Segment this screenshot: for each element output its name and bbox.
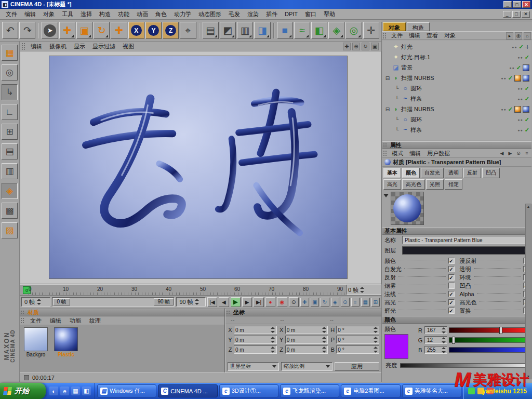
visibility-dots-icon[interactable]: ●● — [501, 108, 506, 111]
tree-item-spline[interactable]: └ ~ 样条 ●●✓ — [382, 94, 531, 104]
panel-grip[interactable] — [383, 143, 387, 148]
red-stepper[interactable] — [441, 327, 446, 334]
viewport-rotate-icon[interactable]: ↻ — [362, 43, 369, 50]
menu-objects[interactable]: 对象 — [39, 9, 58, 20]
undo-button[interactable]: ↶ — [2, 22, 18, 39]
channel-checkbox[interactable]: ✓ — [448, 291, 455, 297]
task-3d-design[interactable]: e 3D设计①... — [219, 384, 278, 397]
blue-value-field[interactable]: 255 — [424, 346, 447, 354]
home-icon[interactable]: ⌂ — [524, 32, 531, 39]
preview-range-slider[interactable]: 0 帧 90 帧 — [52, 297, 175, 307]
texture-tag[interactable] — [514, 106, 521, 113]
task-image-viewer[interactable]: e 电脑2看图... — [341, 384, 400, 397]
green-value-field[interactable]: 12 — [424, 336, 447, 344]
add-spline-button[interactable]: ≈ — [294, 22, 310, 39]
mdi-close-button[interactable]: ✕ — [522, 11, 530, 18]
timeline-options-button[interactable]: ≡ — [351, 298, 360, 307]
rot-h-stepper[interactable] — [373, 326, 378, 334]
quick-launch-icon[interactable]: ◐ — [49, 387, 58, 395]
size-y-stepper[interactable] — [322, 336, 326, 343]
prev-frame-button[interactable]: ◀ — [219, 297, 229, 307]
mat-menu-file[interactable]: 文件 — [26, 316, 46, 326]
tab-assign[interactable]: 指定 — [445, 179, 462, 190]
mdi-restore-button[interactable]: □ — [512, 11, 521, 18]
channel-checkbox[interactable]: ✓ — [448, 299, 455, 305]
panel-grip[interactable] — [226, 310, 230, 315]
channel-checkbox[interactable] — [448, 283, 455, 289]
tab-luminance[interactable]: 自发光 — [421, 168, 444, 178]
task-render-page[interactable]: e 飞龙瓶渲染... — [280, 384, 339, 397]
rotate-tool-button[interactable]: ↻ — [94, 22, 110, 39]
edge-mode-button[interactable]: ▤ — [2, 143, 18, 159]
menu-render[interactable]: 渲染 — [244, 9, 262, 20]
tree-item-spline[interactable]: └ ~ 样条 ●●✓ — [382, 125, 531, 135]
end-frame-stepper[interactable] — [195, 298, 200, 305]
om-menu-edit[interactable]: 编辑 — [406, 31, 423, 41]
flyout-icon[interactable]: ▸ — [506, 32, 513, 39]
visibility-dots-icon[interactable]: ●● — [517, 87, 523, 90]
menu-file[interactable]: 文件 — [2, 9, 21, 20]
tree-item-circle[interactable]: └ ○ 圆环 ●●✓ — [382, 114, 531, 125]
menu-help[interactable]: 帮助 — [320, 9, 339, 20]
close-button[interactable]: ✕ — [522, 1, 530, 8]
timeline-ruler[interactable]: 0 0 10 20 30 40 50 60 70 80 90 — [20, 285, 346, 295]
lock-icon[interactable]: ⊙ — [515, 150, 522, 157]
quick-launch-icon[interactable]: ▦ — [71, 387, 80, 395]
record-button[interactable]: ● — [265, 297, 275, 307]
render-view-button[interactable]: ▤ — [203, 22, 219, 39]
enable-check-icon[interactable]: ✓ — [525, 96, 529, 102]
menu-dpit[interactable]: DPIT — [281, 9, 301, 19]
viewport-maximize-icon[interactable]: ▣ — [371, 43, 379, 50]
size-z-stepper[interactable] — [322, 346, 326, 353]
viewport-pan-icon[interactable]: ✚ — [343, 43, 351, 50]
add-nurbs-button[interactable]: ◧ — [311, 22, 327, 39]
channel-checkbox[interactable]: ✓ — [448, 308, 455, 314]
green-stepper[interactable] — [441, 337, 446, 344]
target-tag-icon[interactable]: ✛ — [525, 44, 529, 50]
maximize-button[interactable]: □ — [513, 1, 521, 8]
texture-mode-button[interactable]: ◈ — [2, 183, 18, 199]
pos-z-field[interactable]: 0 m — [234, 345, 277, 354]
tree-item-light-target[interactable]: ✦ 灯光.目标.1 ●●✓ — [382, 52, 531, 62]
texture-tag[interactable] — [523, 64, 529, 71]
viewport-zoom-icon[interactable]: ⊕ — [352, 43, 360, 50]
size-x-stepper[interactable] — [322, 326, 326, 334]
visibility-dots-icon[interactable]: ●● — [517, 56, 523, 59]
visibility-dots-icon[interactable]: ●● — [517, 128, 523, 132]
frame-stepper[interactable] — [360, 286, 364, 294]
color-section-header[interactable]: 颜色 — [382, 316, 531, 324]
goto-end-button[interactable]: ▶| — [254, 297, 263, 307]
vp-menu-display[interactable]: 显示 — [70, 42, 89, 51]
tree-expander[interactable]: ⊟ — [384, 75, 391, 81]
rendered-image[interactable] — [49, 56, 348, 279]
enable-check-icon[interactable]: ✓ — [525, 116, 529, 123]
pos-y-field[interactable]: 0 m — [234, 336, 277, 344]
task-windows-taskmgr[interactable]: ▤ Windows 任... — [97, 384, 156, 397]
mdi-minimize-button[interactable]: _ — [503, 11, 511, 18]
enable-check-icon[interactable]: ✓ — [516, 64, 521, 71]
tree-item-background[interactable]: ◪ 背景 ●●✓ — [382, 62, 531, 73]
panel-grip[interactable] — [382, 33, 387, 38]
minimize-button[interactable]: _ — [503, 1, 512, 8]
red-slider-knob[interactable] — [499, 327, 502, 334]
size-z-field[interactable]: 0 m — [285, 345, 328, 354]
play-button[interactable]: ▶ — [231, 297, 241, 307]
menu-plugins[interactable]: 插件 — [262, 9, 281, 20]
vp-menu-view[interactable]: 视图 — [119, 42, 138, 51]
add-deformer-button[interactable]: ◈ — [328, 22, 344, 39]
panel-grip[interactable] — [21, 43, 25, 50]
channel-checkbox[interactable]: ✓ — [448, 266, 455, 272]
om-menu-object[interactable]: 对象 — [441, 31, 459, 41]
basic-properties-header[interactable]: 基本属性 — [382, 227, 531, 235]
tab-structure[interactable]: 构造 — [407, 22, 430, 31]
tree-item-circle[interactable]: └ ○ 圆环 ●●✓ — [382, 83, 531, 94]
vp-menu-camera[interactable]: 摄像机 — [46, 42, 70, 51]
goto-start-button[interactable]: |◀ — [207, 297, 217, 307]
menu-dynamics[interactable]: 动力学 — [170, 9, 195, 20]
add-primitive-button[interactable]: ■ — [277, 22, 293, 39]
attr-menu-userdata[interactable]: 用户数据 — [424, 149, 453, 158]
redo-button[interactable]: ↷ — [19, 22, 35, 39]
enable-check-icon[interactable]: ✓ — [508, 75, 513, 82]
green-slider-knob[interactable] — [452, 337, 455, 344]
scroll-down-icon[interactable]: ▼ — [527, 374, 530, 379]
